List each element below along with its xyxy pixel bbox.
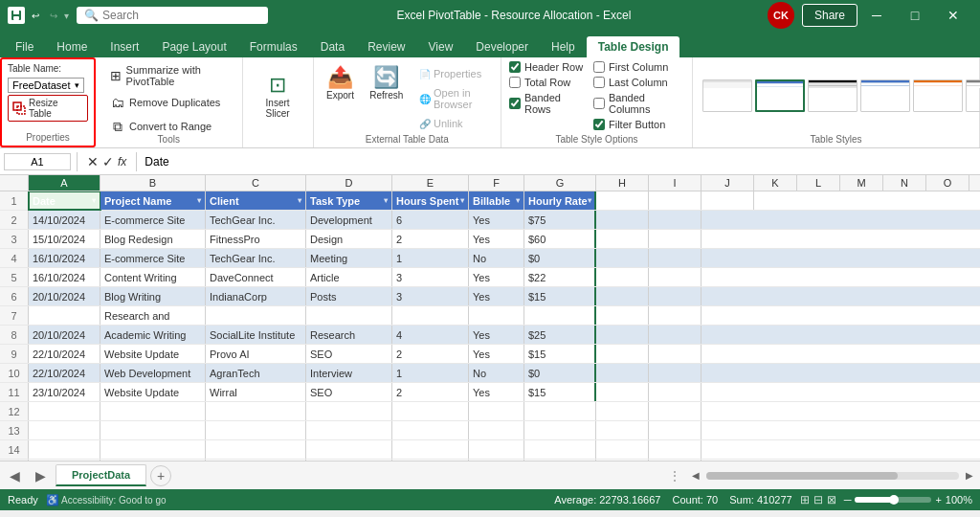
cell-project-11[interactable]: Website Update — [100, 383, 206, 401]
col-header-i[interactable]: I — [649, 175, 702, 191]
col-header-k[interactable]: K — [754, 175, 797, 191]
cell-b13[interactable] — [100, 421, 206, 439]
formula-confirm-icon[interactable]: ✓ — [102, 154, 114, 169]
row-num-8[interactable]: 8 — [0, 326, 29, 344]
cell-a12[interactable] — [29, 402, 100, 420]
cell-g15[interactable] — [524, 460, 596, 461]
scroll-right-button[interactable]: ▶ — [963, 469, 976, 483]
cell-hours-7[interactable] — [392, 306, 469, 325]
col-header-b[interactable]: B — [100, 175, 206, 191]
maximize-button[interactable]: □ — [896, 0, 934, 31]
row-num-2[interactable]: 2 — [0, 211, 29, 229]
col-header-c[interactable]: C — [206, 175, 306, 191]
banded-rows-checkbox[interactable] — [509, 98, 521, 109]
first-column-checkbox[interactable] — [593, 61, 605, 73]
summarize-pivottable-button[interactable]: ⊞ Summarize with PivotTable — [103, 61, 234, 90]
sheet-tab-projectdata[interactable]: ProjectData — [56, 464, 146, 486]
cell-j1[interactable] — [702, 191, 754, 210]
cell-date-11[interactable]: 23/10/2024 — [29, 383, 100, 401]
cell-i2[interactable] — [649, 211, 702, 229]
first-column-option[interactable]: First Column — [593, 61, 684, 73]
cell-hours-8[interactable]: 4 — [392, 326, 469, 344]
cell-h14[interactable] — [596, 440, 649, 459]
col-header-n[interactable]: N — [883, 175, 926, 191]
unlink-button[interactable]: 🔗 Unlink — [413, 115, 499, 132]
export-button[interactable]: 📤 Export — [322, 61, 360, 104]
cell-hours-10[interactable]: 1 — [392, 364, 469, 382]
tab-table-design[interactable]: Table Design — [587, 36, 680, 57]
tab-data[interactable]: Data — [309, 36, 356, 57]
table-style-orange[interactable] — [913, 79, 963, 112]
cell-i3[interactable] — [649, 230, 702, 248]
cell-billable-10[interactable]: No — [469, 364, 524, 382]
cell-client-10[interactable]: AgranTech — [206, 364, 306, 382]
cell-task-7[interactable] — [306, 306, 392, 325]
row-num-7[interactable]: 7 — [0, 306, 29, 325]
filter-btn-billable[interactable]: ▾ — [516, 196, 520, 205]
cell-project-3[interactable]: Blog Redesign — [100, 230, 206, 248]
col-header-l[interactable]: L — [797, 175, 840, 191]
cell-task-4[interactable]: Meeting — [306, 249, 392, 267]
cell-task-5[interactable]: Article — [306, 268, 392, 286]
cell-billable-7[interactable] — [469, 306, 524, 325]
tab-help[interactable]: Help — [540, 36, 587, 57]
cell-date-9[interactable]: 22/10/2024 — [29, 345, 100, 363]
cell-date-7[interactable] — [29, 306, 100, 325]
cell-date-3[interactable]: 15/10/2024 — [29, 230, 100, 248]
quick-access-dropdown[interactable]: ▾ — [64, 11, 69, 21]
cell-d14[interactable] — [306, 440, 392, 459]
cell-i10[interactable] — [649, 364, 702, 382]
cell-task-9[interactable]: SEO — [306, 345, 392, 363]
close-button[interactable]: ✕ — [934, 0, 972, 31]
row-num-10[interactable]: 10 — [0, 364, 29, 382]
cell-g12[interactable] — [524, 402, 596, 420]
filter-btn-hours[interactable]: ▾ — [460, 196, 464, 205]
cell-h3[interactable] — [596, 230, 649, 248]
cell-a14[interactable] — [29, 440, 100, 459]
table-name-input[interactable]: FreeDataset ▾ — [8, 78, 84, 93]
cell-hours-9[interactable]: 2 — [392, 345, 469, 363]
cell-i12[interactable] — [649, 402, 702, 420]
row-num-9[interactable]: 9 — [0, 345, 29, 363]
cell-a13[interactable] — [29, 421, 100, 439]
cell-i13[interactable] — [649, 421, 702, 439]
header-cell-billable[interactable]: Billable▾ — [469, 191, 524, 210]
col-header-g[interactable]: G — [524, 175, 596, 191]
cell-task-3[interactable]: Design — [306, 230, 392, 248]
cell-client-11[interactable]: Wirral — [206, 383, 306, 401]
cell-h8[interactable] — [596, 326, 649, 344]
cell-task-2[interactable]: Development — [306, 211, 392, 229]
properties-button[interactable]: 📄 Properties — [413, 65, 499, 82]
cell-hours-4[interactable]: 1 — [392, 249, 469, 267]
row-num-12[interactable]: 12 — [0, 402, 29, 420]
filter-btn-project[interactable]: ▾ — [197, 196, 201, 205]
cell-h6[interactable] — [596, 287, 649, 305]
cell-rate-7[interactable] — [524, 306, 596, 325]
cell-e13[interactable] — [392, 421, 469, 439]
table-style-green[interactable] — [755, 79, 805, 112]
table-style-none[interactable] — [702, 79, 752, 112]
banded-columns-option[interactable]: Banded Columns — [593, 92, 684, 115]
cell-d15[interactable] — [306, 460, 392, 461]
normal-view-button[interactable]: ⊞ — [800, 493, 810, 506]
cell-client-5[interactable]: DaveConnect — [206, 268, 306, 286]
cell-g13[interactable] — [524, 421, 596, 439]
row-num-11[interactable]: 11 — [0, 383, 29, 401]
cell-rate-2[interactable]: $75 — [524, 211, 596, 229]
cell-date-5[interactable]: 16/10/2024 — [29, 268, 100, 286]
col-header-a[interactable]: A — [29, 175, 100, 191]
cell-i6[interactable] — [649, 287, 702, 305]
filter-button-checkbox[interactable] — [593, 119, 605, 130]
cell-rate-3[interactable]: $60 — [524, 230, 596, 248]
cell-a15[interactable] — [29, 460, 100, 461]
formula-input[interactable] — [143, 153, 976, 170]
col-header-m[interactable]: M — [840, 175, 883, 191]
cell-d13[interactable] — [306, 421, 392, 439]
cell-rate-8[interactable]: $25 — [524, 326, 596, 344]
scrollbar-thumb[interactable] — [706, 472, 898, 480]
cell-f13[interactable] — [469, 421, 524, 439]
cell-project-9[interactable]: Website Update — [100, 345, 206, 363]
cell-client-7[interactable] — [206, 306, 306, 325]
cell-billable-8[interactable]: Yes — [469, 326, 524, 344]
cell-i8[interactable] — [649, 326, 702, 344]
